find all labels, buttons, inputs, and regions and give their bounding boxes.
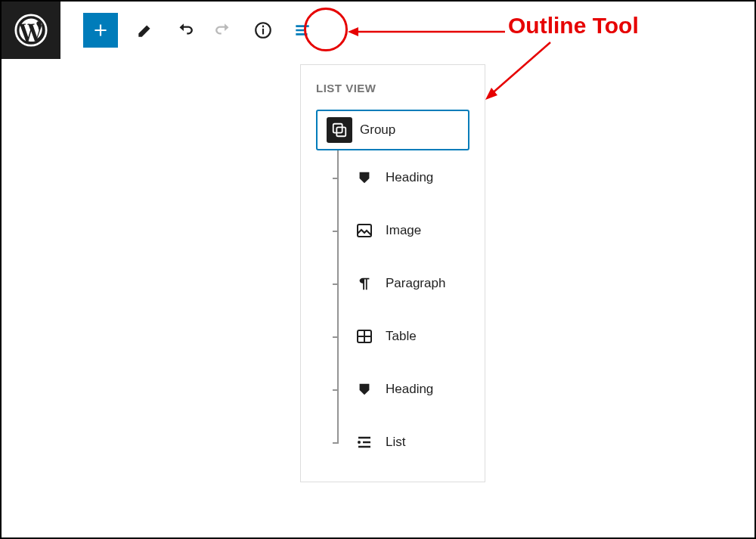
edit-button[interactable] — [125, 11, 165, 50]
outline-icon — [293, 20, 312, 40]
add-block-button[interactable] — [83, 13, 118, 48]
redo-button[interactable] — [204, 11, 243, 50]
annotation-label: Outline Tool — [508, 13, 639, 39]
wordpress-logo[interactable] — [2, 2, 60, 59]
pencil-icon — [135, 20, 155, 40]
list-item-table[interactable]: Table — [337, 315, 469, 358]
list-item-heading[interactable]: Heading — [337, 156, 469, 199]
plus-icon — [91, 20, 110, 40]
list-item-heading[interactable]: Heading — [337, 368, 469, 410]
svg-rect-9 — [336, 127, 345, 136]
svg-rect-3 — [262, 26, 264, 28]
list-item-label: Image — [386, 223, 421, 238]
paragraph-icon — [354, 273, 375, 294]
svg-rect-2 — [262, 29, 264, 35]
annotation-arrow-1 — [348, 24, 505, 39]
undo-icon — [175, 20, 194, 40]
info-icon — [253, 20, 273, 40]
table-icon — [354, 326, 375, 347]
svg-line-6 — [490, 42, 550, 95]
group-icon — [327, 117, 352, 143]
list-item-label: Heading — [386, 382, 433, 397]
svg-marker-5 — [348, 27, 358, 36]
outline-button[interactable] — [283, 11, 322, 50]
list-item-list[interactable]: List — [337, 421, 469, 463]
list-item-image[interactable]: Image — [337, 209, 469, 252]
annotation-arrow-2 — [485, 39, 553, 100]
info-button[interactable] — [243, 11, 283, 50]
svg-rect-8 — [333, 124, 342, 133]
heading-icon — [354, 167, 375, 188]
list-item-label: Paragraph — [386, 276, 445, 291]
image-icon — [354, 220, 375, 241]
list-item-label: Group — [360, 122, 395, 138]
svg-point-15 — [358, 441, 361, 444]
undo-button[interactable] — [165, 11, 204, 50]
list-view-title: LIST VIEW — [316, 82, 469, 94]
list-item-label: List — [386, 435, 405, 450]
list-item-label: Heading — [386, 170, 433, 185]
tree-children: Heading Image Paragraph Table — [337, 150, 469, 463]
list-icon — [354, 432, 375, 453]
list-item-group[interactable]: Group — [316, 110, 469, 150]
list-item-paragraph[interactable]: Paragraph — [337, 262, 469, 305]
redo-icon — [214, 20, 234, 40]
heading-icon — [354, 379, 375, 400]
list-view-panel: LIST VIEW Group Heading Image — [300, 64, 485, 482]
toolbar-buttons — [60, 11, 322, 50]
list-item-label: Table — [386, 329, 417, 344]
wordpress-icon — [14, 14, 48, 47]
